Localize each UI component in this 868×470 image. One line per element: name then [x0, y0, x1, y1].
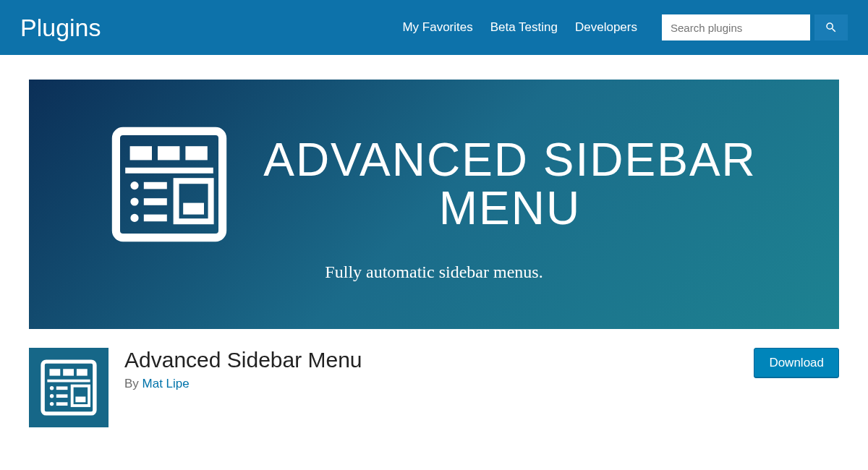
sidebar-menu-icon	[41, 359, 97, 416]
svg-rect-10	[144, 215, 167, 222]
svg-point-7	[131, 197, 139, 205]
sidebar-menu-icon	[111, 127, 227, 242]
nav-my-favorites[interactable]: My Favorites	[401, 17, 474, 38]
banner-subtitle: Fully automatic sidebar menus.	[325, 262, 542, 282]
svg-rect-8	[144, 198, 167, 205]
nav-beta-testing[interactable]: Beta Testing	[489, 17, 559, 38]
svg-rect-2	[158, 146, 179, 160]
plugin-thumbnail	[29, 348, 109, 427]
svg-point-18	[50, 386, 54, 390]
search-button[interactable]	[814, 14, 848, 40]
banner-title: ADVANCED SIDEBAR MENU	[263, 136, 757, 233]
svg-rect-16	[77, 369, 88, 375]
svg-rect-6	[144, 182, 167, 189]
svg-rect-3	[186, 146, 208, 160]
search-wrap	[662, 14, 848, 40]
svg-rect-23	[56, 402, 68, 406]
svg-point-22	[50, 402, 54, 406]
svg-rect-1	[130, 146, 152, 160]
svg-rect-14	[49, 369, 60, 375]
topbar: Plugins My Favorites Beta Testing Develo…	[0, 0, 868, 55]
plugin-banner: ADVANCED SIDEBAR MENU Fully automatic si…	[29, 80, 839, 329]
svg-rect-15	[63, 369, 74, 375]
search-input[interactable]	[662, 14, 810, 40]
plugin-meta-row: Advanced Sidebar Menu By Mat Lipe Downlo…	[29, 329, 839, 427]
svg-point-20	[50, 394, 54, 398]
search-icon	[825, 21, 838, 34]
svg-rect-24	[72, 386, 89, 406]
author-link[interactable]: Mat Lipe	[142, 377, 190, 390]
byline: By Mat Lipe	[124, 377, 738, 391]
page-title: Plugins	[20, 14, 101, 42]
content-container: ADVANCED SIDEBAR MENU Fully automatic si…	[29, 55, 839, 427]
plugin-name: Advanced Sidebar Menu	[124, 348, 738, 372]
svg-rect-21	[56, 394, 68, 398]
svg-point-9	[131, 214, 139, 222]
svg-rect-11	[176, 181, 211, 221]
download-button[interactable]: Download	[754, 348, 839, 378]
svg-rect-19	[56, 386, 68, 390]
svg-rect-12	[183, 203, 204, 215]
svg-rect-25	[75, 396, 85, 402]
nav-developers[interactable]: Developers	[574, 17, 639, 38]
svg-point-5	[131, 181, 139, 189]
